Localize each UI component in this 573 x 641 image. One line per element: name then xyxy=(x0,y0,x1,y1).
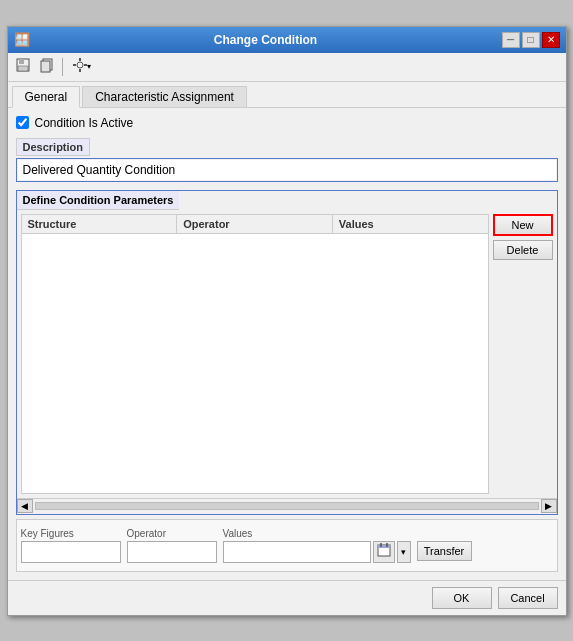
scroll-left-button[interactable]: ◀ xyxy=(17,499,33,513)
condition-active-label: Condition Is Active xyxy=(35,116,134,130)
ok-button[interactable]: OK xyxy=(432,587,492,609)
maximize-button[interactable]: □ xyxy=(522,32,540,48)
svg-point-5 xyxy=(77,62,83,68)
description-section: Description xyxy=(16,138,558,182)
table-body xyxy=(22,234,488,493)
content-area: Condition Is Active Description Define C… xyxy=(8,108,566,580)
values-label: Values xyxy=(223,528,411,539)
save-button[interactable] xyxy=(12,56,34,78)
minimize-button[interactable]: ─ xyxy=(502,32,520,48)
condition-active-row: Condition Is Active xyxy=(16,116,558,130)
app-icon: 🪟 xyxy=(14,32,30,47)
save-icon xyxy=(15,57,31,76)
col-structure: Structure xyxy=(22,215,178,233)
define-condition-params-section: Define Condition Parameters Structure Op… xyxy=(16,190,558,515)
key-figures-label: Key Figures xyxy=(21,528,121,539)
cancel-button[interactable]: Cancel xyxy=(498,587,558,609)
description-input[interactable] xyxy=(18,160,556,180)
scroll-right-button[interactable]: ▶ xyxy=(541,499,557,513)
chevron-down-icon: ▾ xyxy=(87,62,91,71)
delete-button[interactable]: Delete xyxy=(493,240,553,260)
operator-select-wrapper xyxy=(127,541,217,563)
values-input[interactable] xyxy=(223,541,371,563)
toolbar: ▾ xyxy=(8,53,566,82)
window-controls: ─ □ ✕ xyxy=(502,32,560,48)
key-figures-select-wrapper xyxy=(21,541,121,563)
settings-button[interactable]: ▾ xyxy=(67,56,97,78)
settings-icon xyxy=(73,58,87,75)
params-table: Structure Operator Values xyxy=(21,214,489,494)
svg-rect-2 xyxy=(18,66,28,71)
description-label: Description xyxy=(16,138,91,156)
horizontal-scrollbar[interactable]: ◀ ▶ xyxy=(17,498,557,514)
new-button[interactable]: New xyxy=(493,214,553,236)
values-group: Values ▾ xyxy=(223,528,411,563)
params-area: Structure Operator Values New Delete xyxy=(17,210,557,498)
action-buttons: New Delete xyxy=(493,214,553,494)
window-title: Change Condition xyxy=(30,33,502,47)
col-operator: Operator xyxy=(177,215,333,233)
copy-icon xyxy=(39,57,55,76)
svg-rect-6 xyxy=(79,58,81,61)
tab-general[interactable]: General xyxy=(12,86,81,108)
col-values: Values xyxy=(333,215,488,233)
calendar-button[interactable] xyxy=(373,541,395,563)
calendar-icon xyxy=(377,543,391,560)
svg-rect-1 xyxy=(19,59,24,64)
close-button[interactable]: ✕ xyxy=(542,32,560,48)
transfer-button[interactable]: Transfer xyxy=(417,541,472,561)
svg-rect-11 xyxy=(378,545,390,548)
bottom-fields-row: Key Figures Operator xyxy=(21,524,553,567)
tabs-bar: General Characteristic Assignment xyxy=(8,82,566,108)
tab-characteristic-assignment[interactable]: Characteristic Assignment xyxy=(82,86,247,107)
svg-rect-4 xyxy=(41,61,50,72)
footer-bar: OK Cancel xyxy=(8,580,566,615)
key-figures-group: Key Figures xyxy=(21,528,121,563)
bottom-fields-section: Key Figures Operator xyxy=(16,519,558,572)
operator-label: Operator xyxy=(127,528,217,539)
operator-select[interactable] xyxy=(127,541,217,563)
key-figures-select[interactable] xyxy=(21,541,121,563)
operator-group: Operator xyxy=(127,528,217,563)
toolbar-separator xyxy=(62,58,63,76)
scroll-track[interactable] xyxy=(35,502,539,510)
main-window: 🪟 Change Condition ─ □ ✕ ▾ xyxy=(7,26,567,616)
svg-rect-8 xyxy=(73,64,76,66)
condition-active-checkbox[interactable] xyxy=(16,116,29,129)
table-header: Structure Operator Values xyxy=(22,215,488,234)
title-bar: 🪟 Change Condition ─ □ ✕ xyxy=(8,27,566,53)
params-section-label: Define Condition Parameters xyxy=(23,194,174,206)
svg-rect-7 xyxy=(79,69,81,72)
calendar-dropdown-button[interactable]: ▾ xyxy=(397,541,411,563)
copy-button[interactable] xyxy=(36,56,58,78)
